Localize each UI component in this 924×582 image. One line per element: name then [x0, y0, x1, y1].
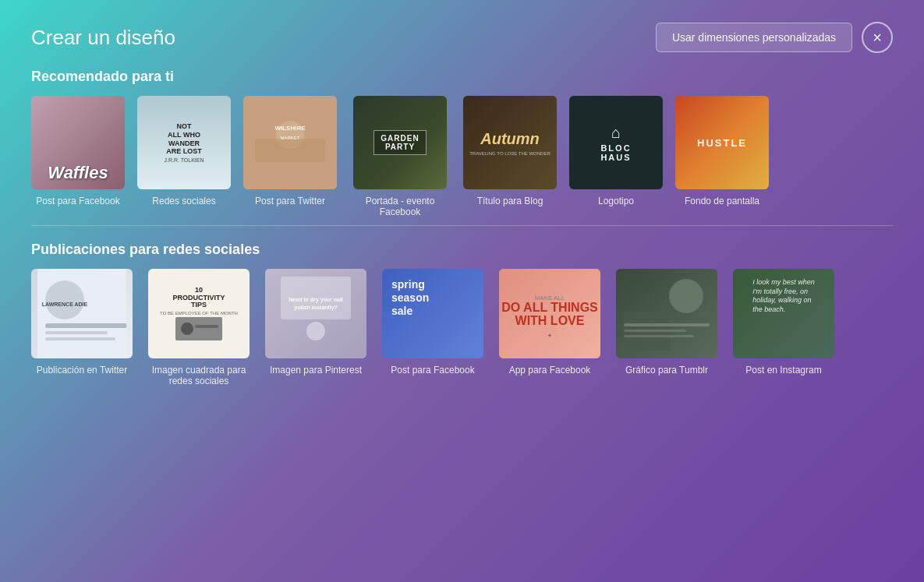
svg-rect-31: [624, 323, 710, 326]
label-titulo-blog: Título para Blog: [477, 196, 543, 206]
card-grafico-tumblr[interactable]: Gráfico para Tumblr: [616, 269, 717, 386]
svg-rect-2: [255, 139, 325, 162]
custom-dimensions-button[interactable]: Usar dimensiones personalizadas: [656, 23, 852, 52]
svg-rect-9: [45, 280, 84, 319]
svg-text:✦: ✦: [547, 333, 552, 338]
card-img-cuadrada[interactable]: 10PRODUCTIVITYTIPS TO BE EMPLOYEE OF THE…: [148, 269, 250, 386]
productivity-title: 10PRODUCTIVITYTIPS: [172, 287, 225, 310]
card-img-pinterest[interactable]: Need to dry your nail polish instantly? …: [265, 269, 366, 386]
social-title: Publicaciones para redes sociales: [0, 242, 924, 269]
thumb-post-instagram: I look my best whenI'm totally free, onh…: [733, 269, 834, 358]
svg-rect-33: [624, 335, 694, 337]
header-actions: Usar dimensiones personalizadas ×: [656, 22, 893, 53]
svg-rect-32: [624, 330, 686, 332]
label-grafico-tumblr: Gráfico para Tumblr: [625, 365, 708, 376]
thumb-titulo-blog: Autumn TRAVELING TO LOSE THE WONDER: [463, 96, 557, 189]
svg-text:LAWRENCE ADIE: LAWRENCE ADIE: [42, 302, 88, 307]
svg-rect-8: [37, 269, 126, 358]
svg-point-22: [306, 322, 325, 340]
svg-text:TRAVELING TO LOSE THE WONDER: TRAVELING TO LOSE THE WONDER: [469, 151, 551, 156]
close-icon: ×: [873, 29, 882, 47]
svg-text:WITH LOVE: WITH LOVE: [515, 314, 585, 327]
card-app-fb[interactable]: MAKE ALL DO ALL THINGS WITH LOVE ✦ App p…: [499, 269, 600, 386]
label-fondo-pantalla: Fondo de pantalla: [685, 196, 759, 206]
header: Crear un diseño Usar dimensiones persona…: [0, 0, 924, 69]
label-logotipo: Logotipo: [598, 196, 634, 206]
card-titulo-blog[interactable]: Autumn TRAVELING TO LOSE THE WONDER Títu…: [463, 96, 557, 217]
thumb-pub-twitter: LAWRENCE ADIE: [31, 269, 133, 358]
close-button[interactable]: ×: [862, 22, 893, 53]
svg-point-15: [181, 323, 193, 335]
svg-rect-11: [45, 331, 108, 334]
redes-main-text: NOTALL WHOWANDERARE LOST: [166, 122, 202, 156]
card-redes-sociales[interactable]: NOTALL WHOWANDERARE LOST J.R.R. TOLKIEN …: [137, 96, 231, 217]
label-post-fb2: Post para Facebook: [391, 365, 474, 376]
card-pub-twitter[interactable]: LAWRENCE ADIE Publicación en Twitter: [31, 269, 133, 386]
label-img-cuadrada: Imagen cuadrada para redes sociales: [148, 365, 250, 386]
redes-author-text: J.R.R. TOLKIEN: [164, 157, 204, 163]
thumb-redes-sociales: NOTALL WHOWANDERARE LOST J.R.R. TOLKIEN: [137, 96, 231, 189]
svg-rect-10: [45, 323, 126, 328]
card-post-twitter[interactable]: WILSHIRE MARKET Post para Twitter: [243, 96, 337, 217]
card-logotipo[interactable]: ⌂ BLOCHAUS Logotipo: [569, 96, 663, 217]
thumb-post-facebook: [31, 96, 125, 189]
instagram-quote-text: I look my best whenI'm totally free, onh…: [752, 278, 815, 315]
label-app-fb: App para Facebook: [509, 365, 591, 376]
thumb-portada-evento: GARDENPARTY: [353, 96, 447, 189]
svg-point-29: [669, 279, 703, 313]
section-divider: [31, 225, 893, 226]
spring-sale-text: springseasonsale: [391, 278, 429, 317]
social-section: Publicaciones para redes sociales LAWREN…: [0, 242, 924, 386]
hustle-text: HUSTLE: [697, 137, 747, 149]
productivity-sub: TO BE EMPLOYEE OF THE MONTH: [160, 311, 238, 316]
bloc-haus-icon: ⌂: [600, 124, 631, 142]
label-post-instagram: Post en Instagram: [745, 365, 821, 376]
label-img-pinterest: Imagen para Pinterest: [270, 365, 362, 376]
bloc-haus-content: ⌂ BLOCHAUS: [600, 124, 631, 162]
svg-text:Need to dry your nail: Need to dry your nail: [289, 297, 343, 303]
svg-text:Autumn: Autumn: [480, 130, 540, 147]
thumb-img-cuadrada: 10PRODUCTIVITYTIPS TO BE EMPLOYEE OF THE…: [148, 269, 250, 358]
svg-text:WILSHIRE: WILSHIRE: [274, 125, 306, 132]
thumb-fondo-pantalla: HUSTLE: [675, 96, 769, 189]
thumb-grafico-tumblr: [616, 269, 717, 358]
card-post-fb2[interactable]: springseasonsale Post para Facebook: [382, 269, 483, 386]
bloc-haus-name: BLOCHAUS: [600, 143, 631, 162]
thumb-img-pinterest: Need to dry your nail polish instantly?: [265, 269, 366, 358]
label-portada-evento: Portada - evento Facebook: [349, 196, 451, 217]
card-fondo-pantalla[interactable]: HUSTLE Fondo de pantalla: [675, 96, 769, 217]
label-post-twitter: Post para Twitter: [255, 196, 325, 206]
label-pub-twitter: Publicación en Twitter: [37, 365, 128, 376]
svg-text:MARKET: MARKET: [280, 136, 299, 140]
card-portada-evento[interactable]: GARDENPARTY Portada - evento Facebook: [349, 96, 451, 217]
svg-text:DO ALL THINGS: DO ALL THINGS: [501, 301, 598, 314]
card-post-facebook[interactable]: Post para Facebook: [31, 96, 125, 217]
recommended-cards: Post para Facebook NOTALL WHOWANDERARE L…: [0, 96, 924, 217]
social-cards: LAWRENCE ADIE Publicación en Twitter 10P…: [0, 269, 924, 386]
svg-rect-17: [195, 330, 211, 332]
thumb-post-twitter: WILSHIRE MARKET: [243, 96, 337, 189]
thumb-logotipo: ⌂ BLOCHAUS: [569, 96, 663, 189]
thumb-post-fb2: springseasonsale: [382, 269, 483, 358]
card-post-instagram[interactable]: I look my best whenI'm totally free, onh…: [733, 269, 834, 386]
svg-rect-16: [195, 325, 218, 328]
label-redes-sociales: Redes sociales: [152, 196, 215, 206]
svg-text:polish instantly?: polish instantly?: [294, 305, 338, 311]
label-post-facebook: Post para Facebook: [36, 196, 119, 206]
thumb-app-fb: MAKE ALL DO ALL THINGS WITH LOVE ✦: [499, 269, 600, 358]
garden-party-box: GARDENPARTY: [373, 130, 426, 155]
garden-party-text: GARDENPARTY: [381, 134, 419, 151]
page-title: Crear un diseño: [31, 26, 175, 50]
recommended-title: Recomendado para ti: [0, 69, 924, 96]
recommended-section: Recomendado para ti Post para Facebook N…: [0, 69, 924, 217]
svg-rect-12: [45, 337, 115, 340]
